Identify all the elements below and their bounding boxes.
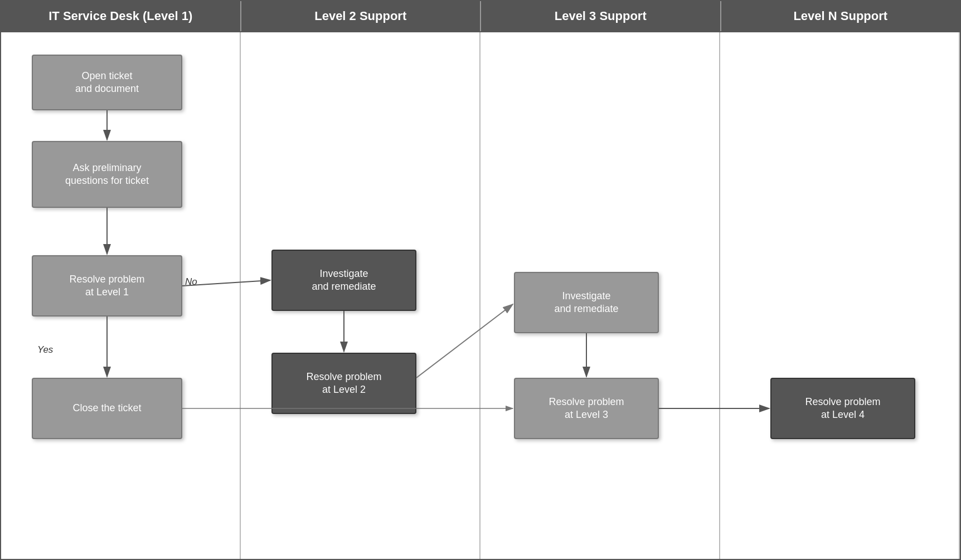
close-ticket-box: Close the ticket	[32, 378, 182, 439]
diagram-container: IT Service Desk (Level 1) Level 2 Suppor…	[0, 0, 961, 560]
lane-4	[720, 32, 960, 559]
content-row: Open ticket and document Ask preliminary…	[1, 32, 960, 559]
investigate-l3-box: Investigate and remediate	[514, 272, 659, 333]
resolve-level2-box: Resolve problem at Level 2	[271, 353, 416, 414]
header-col3: Level 3 Support	[481, 1, 721, 31]
resolve-level1-box: Resolve problem at Level 1	[32, 255, 182, 316]
no-label: No	[185, 276, 197, 288]
yes-label: Yes	[37, 344, 53, 356]
header-col1: IT Service Desk (Level 1)	[1, 1, 241, 31]
investigate-l2-box: Investigate and remediate	[271, 250, 416, 311]
resolve-level4-box: Resolve problem at Level 4	[770, 378, 915, 439]
header-col4: Level N Support	[721, 1, 960, 31]
ask-preliminary-box: Ask preliminary questions for ticket	[32, 141, 182, 208]
header-row: IT Service Desk (Level 1) Level 2 Suppor…	[1, 1, 960, 32]
open-ticket-box: Open ticket and document	[32, 55, 182, 110]
header-col2: Level 2 Support	[241, 1, 482, 31]
resolve-level3-box: Resolve problem at Level 3	[514, 378, 659, 439]
